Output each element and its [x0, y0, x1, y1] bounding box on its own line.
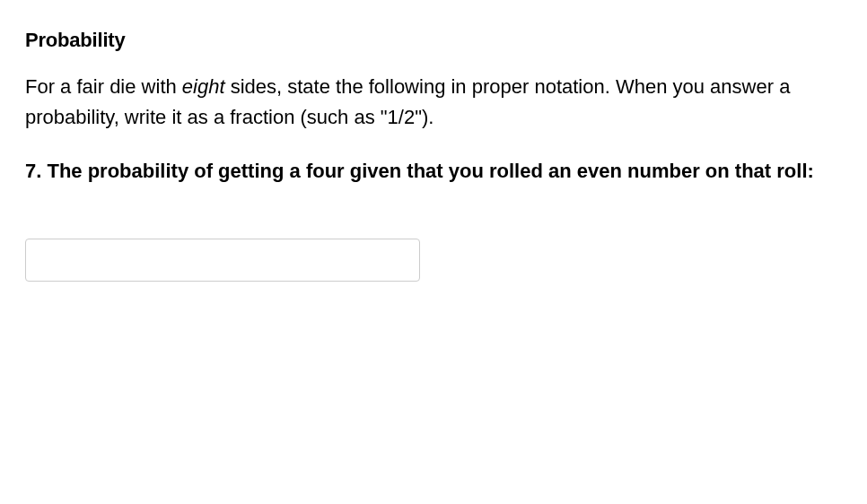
instructions-part1: For a fair die with: [25, 75, 182, 98]
instructions-emphasis: eight: [182, 75, 225, 98]
section-heading: Probability: [25, 29, 842, 52]
answer-input[interactable]: [25, 239, 420, 282]
instructions-text: For a fair die with eight sides, state t…: [25, 72, 833, 133]
question-text: 7. The probability of getting a four giv…: [25, 156, 842, 187]
